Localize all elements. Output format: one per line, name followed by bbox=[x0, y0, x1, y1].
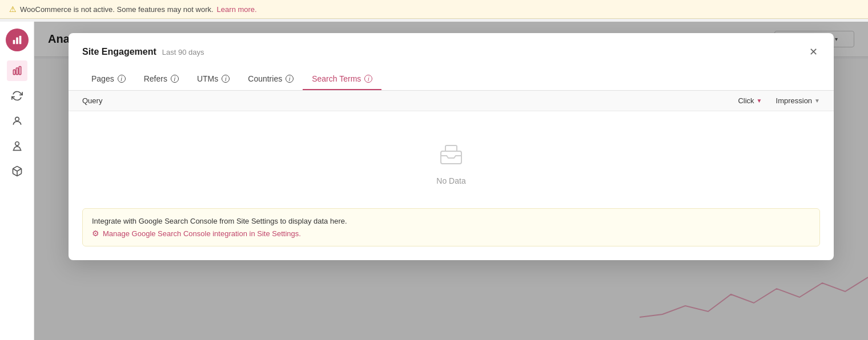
no-data-text: No Data bbox=[436, 176, 465, 185]
learn-more-link[interactable]: Learn more. bbox=[217, 5, 257, 14]
modal: Site Engagement Last 90 days ✕ Pages i R… bbox=[69, 33, 834, 260]
refresh-icon bbox=[11, 90, 23, 102]
svg-rect-2 bbox=[19, 36, 21, 44]
countries-info-icon: i bbox=[286, 75, 294, 83]
svg-rect-1 bbox=[16, 37, 18, 44]
sidebar bbox=[0, 22, 34, 340]
sidebar-item-customers[interactable] bbox=[7, 111, 27, 131]
tab-countries[interactable]: Countries i bbox=[239, 68, 303, 90]
svg-rect-5 bbox=[19, 67, 21, 75]
tab-search-terms-label: Search Terms bbox=[312, 74, 361, 83]
sidebar-item-refresh[interactable] bbox=[7, 86, 27, 106]
notice-text: Integrate with Google Search Console fro… bbox=[92, 217, 810, 225]
tab-pages-label: Pages bbox=[91, 74, 114, 83]
box-icon bbox=[11, 165, 23, 177]
tab-search-terms[interactable]: Search Terms i bbox=[303, 68, 381, 90]
utms-info-icon: i bbox=[222, 75, 230, 83]
modal-close-button[interactable]: ✕ bbox=[807, 44, 820, 59]
sidebar-item-box[interactable] bbox=[7, 161, 27, 181]
pages-info-icon: i bbox=[118, 75, 126, 83]
tab-refers-label: Refers bbox=[144, 74, 167, 83]
user-icon bbox=[11, 140, 23, 152]
no-data-area: No Data bbox=[69, 111, 834, 208]
column-impression-label: Impression bbox=[776, 96, 813, 105]
svg-point-7 bbox=[15, 142, 19, 146]
refers-info-icon: i bbox=[171, 75, 179, 83]
logo-icon bbox=[11, 34, 23, 46]
impression-sort-arrow: ▼ bbox=[814, 98, 820, 104]
notice-link-text: Manage Google Search Console integration… bbox=[103, 229, 301, 238]
tab-utms[interactable]: UTMs i bbox=[188, 68, 239, 90]
svg-rect-3 bbox=[13, 70, 15, 74]
modal-tabs: Pages i Refers i UTMs i Countries i bbox=[69, 68, 834, 91]
modal-title: Site Engagement bbox=[82, 47, 156, 57]
tab-pages[interactable]: Pages i bbox=[82, 68, 135, 90]
inbox-icon bbox=[437, 140, 465, 167]
svg-point-6 bbox=[15, 117, 19, 121]
logo bbox=[6, 29, 29, 51]
table-header: Query Click ▼ Impression ▼ bbox=[69, 91, 834, 111]
tab-countries-label: Countries bbox=[248, 74, 282, 83]
modal-title-area: Site Engagement Last 90 days bbox=[82, 47, 204, 57]
warning-icon: ⚠ bbox=[9, 5, 17, 14]
tab-refers[interactable]: Refers i bbox=[135, 68, 188, 90]
column-query: Query bbox=[82, 96, 738, 105]
customers-icon bbox=[11, 115, 23, 127]
column-impression[interactable]: Impression ▼ bbox=[776, 96, 820, 105]
search-terms-info-icon: i bbox=[364, 75, 372, 83]
bar-chart-icon bbox=[11, 65, 23, 76]
column-click-label: Click bbox=[738, 96, 754, 105]
sidebar-item-user[interactable] bbox=[7, 136, 27, 156]
modal-header: Site Engagement Last 90 days ✕ bbox=[69, 33, 834, 59]
tab-utms-label: UTMs bbox=[197, 74, 218, 83]
notice-link[interactable]: ⚙ Manage Google Search Console integrati… bbox=[92, 229, 810, 238]
no-data-icon bbox=[437, 140, 465, 169]
svg-rect-4 bbox=[16, 68, 18, 75]
warning-text: WooCommerce is not active. Some features… bbox=[20, 5, 214, 14]
click-sort-arrow: ▼ bbox=[757, 98, 762, 104]
sidebar-item-analytics[interactable] bbox=[7, 60, 27, 81]
column-click[interactable]: Click ▼ bbox=[738, 96, 762, 105]
gear-icon: ⚙ bbox=[92, 229, 99, 238]
integration-notice: Integrate with Google Search Console fro… bbox=[82, 208, 820, 246]
modal-date: Last 90 days bbox=[162, 48, 204, 56]
warning-bar: ⚠ WooCommerce is not active. Some featur… bbox=[0, 0, 868, 19]
modal-overlay: Site Engagement Last 90 days ✕ Pages i R… bbox=[34, 22, 868, 340]
main-content: Analytics Date range Last 90 days ▾ bbox=[34, 22, 868, 340]
svg-rect-0 bbox=[13, 40, 15, 44]
app-layout: Analytics Date range Last 90 days ▾ bbox=[0, 22, 868, 340]
